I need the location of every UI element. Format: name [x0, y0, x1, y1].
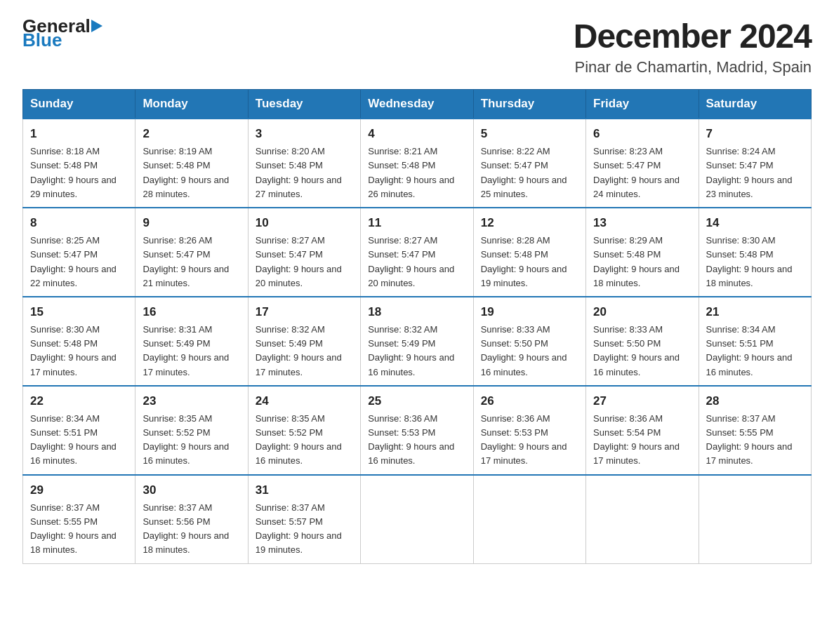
calendar-cell: 17Sunrise: 8:32 AMSunset: 5:49 PMDayligh…: [248, 297, 360, 386]
calendar-cell: 21Sunrise: 8:34 AMSunset: 5:51 PMDayligh…: [699, 297, 811, 386]
day-info: Sunrise: 8:20 AMSunset: 5:48 PMDaylight:…: [256, 145, 353, 201]
calendar-cell: 25Sunrise: 8:36 AMSunset: 5:53 PMDayligh…: [361, 386, 473, 475]
day-info: Sunrise: 8:27 AMSunset: 5:47 PMDaylight:…: [256, 234, 353, 290]
calendar-cell: 31Sunrise: 8:37 AMSunset: 5:57 PMDayligh…: [248, 475, 360, 563]
day-number: 31: [256, 481, 353, 499]
logo-arrow-icon: [91, 20, 102, 32]
col-header-thursday: Thursday: [473, 90, 585, 119]
calendar-cell: 6Sunrise: 8:23 AMSunset: 5:47 PMDaylight…: [586, 119, 699, 208]
calendar-cell: 27Sunrise: 8:36 AMSunset: 5:54 PMDayligh…: [586, 386, 699, 475]
day-number: 4: [368, 125, 465, 143]
calendar-cell: 1Sunrise: 8:18 AMSunset: 5:48 PMDaylight…: [23, 119, 135, 208]
calendar-cell: 3Sunrise: 8:20 AMSunset: 5:48 PMDaylight…: [248, 119, 360, 208]
day-info: Sunrise: 8:33 AMSunset: 5:50 PMDaylight:…: [481, 323, 578, 380]
day-info: Sunrise: 8:31 AMSunset: 5:49 PMDaylight:…: [143, 323, 240, 380]
day-info: Sunrise: 8:32 AMSunset: 5:49 PMDaylight:…: [368, 323, 465, 380]
calendar-cell: 2Sunrise: 8:19 AMSunset: 5:48 PMDaylight…: [135, 119, 248, 208]
day-number: 18: [368, 303, 465, 321]
col-header-sunday: Sunday: [23, 90, 135, 119]
day-info: Sunrise: 8:34 AMSunset: 5:51 PMDaylight:…: [706, 323, 804, 380]
calendar-cell: 5Sunrise: 8:22 AMSunset: 5:47 PMDaylight…: [473, 119, 585, 208]
day-number: 13: [593, 214, 691, 232]
col-header-tuesday: Tuesday: [248, 90, 360, 119]
calendar-cell: 20Sunrise: 8:33 AMSunset: 5:50 PMDayligh…: [586, 297, 699, 386]
day-info: Sunrise: 8:34 AMSunset: 5:51 PMDaylight:…: [30, 412, 128, 469]
day-number: 20: [593, 303, 691, 321]
calendar-header-row: SundayMondayTuesdayWednesdayThursdayFrid…: [23, 90, 812, 119]
calendar-cell: [699, 475, 811, 563]
logo: General Blue: [22, 17, 103, 49]
day-info: Sunrise: 8:29 AMSunset: 5:48 PMDaylight:…: [593, 234, 691, 290]
calendar-cell: 8Sunrise: 8:25 AMSunset: 5:47 PMDaylight…: [23, 208, 135, 297]
day-number: 22: [30, 392, 128, 410]
day-info: Sunrise: 8:37 AMSunset: 5:55 PMDaylight:…: [30, 501, 128, 558]
day-number: 19: [481, 303, 578, 321]
day-number: 10: [256, 214, 353, 232]
day-info: Sunrise: 8:30 AMSunset: 5:48 PMDaylight:…: [706, 234, 804, 290]
day-info: Sunrise: 8:30 AMSunset: 5:48 PMDaylight:…: [30, 323, 128, 380]
calendar-cell: [473, 475, 585, 563]
day-info: Sunrise: 8:37 AMSunset: 5:55 PMDaylight:…: [706, 412, 804, 469]
day-number: 27: [593, 392, 691, 410]
day-info: Sunrise: 8:37 AMSunset: 5:56 PMDaylight:…: [143, 501, 240, 558]
day-info: Sunrise: 8:22 AMSunset: 5:47 PMDaylight:…: [481, 145, 578, 201]
day-info: Sunrise: 8:36 AMSunset: 5:53 PMDaylight:…: [368, 412, 465, 469]
day-info: Sunrise: 8:35 AMSunset: 5:52 PMDaylight:…: [143, 412, 240, 469]
col-header-saturday: Saturday: [699, 90, 811, 119]
calendar-cell: 29Sunrise: 8:37 AMSunset: 5:55 PMDayligh…: [23, 475, 135, 563]
day-info: Sunrise: 8:37 AMSunset: 5:57 PMDaylight:…: [256, 501, 353, 558]
calendar-cell: 16Sunrise: 8:31 AMSunset: 5:49 PMDayligh…: [135, 297, 248, 386]
day-number: 24: [256, 392, 353, 410]
day-number: 15: [30, 303, 128, 321]
calendar-cell: 23Sunrise: 8:35 AMSunset: 5:52 PMDayligh…: [135, 386, 248, 475]
col-header-friday: Friday: [586, 90, 699, 119]
day-number: 11: [368, 214, 465, 232]
day-info: Sunrise: 8:18 AMSunset: 5:48 PMDaylight:…: [30, 145, 128, 201]
day-number: 14: [706, 214, 804, 232]
calendar-cell: 7Sunrise: 8:24 AMSunset: 5:47 PMDaylight…: [699, 119, 811, 208]
day-info: Sunrise: 8:36 AMSunset: 5:54 PMDaylight:…: [593, 412, 691, 469]
calendar-cell: 11Sunrise: 8:27 AMSunset: 5:47 PMDayligh…: [361, 208, 473, 297]
day-number: 3: [256, 125, 353, 143]
calendar-cell: 10Sunrise: 8:27 AMSunset: 5:47 PMDayligh…: [248, 208, 360, 297]
calendar-cell: 22Sunrise: 8:34 AMSunset: 5:51 PMDayligh…: [23, 386, 135, 475]
day-number: 28: [706, 392, 804, 410]
day-info: Sunrise: 8:36 AMSunset: 5:53 PMDaylight:…: [481, 412, 578, 469]
day-info: Sunrise: 8:32 AMSunset: 5:49 PMDaylight:…: [256, 323, 353, 380]
title-block: December 2024 Pinar de Chamartin, Madrid…: [574, 17, 812, 76]
calendar-cell: 24Sunrise: 8:35 AMSunset: 5:52 PMDayligh…: [248, 386, 360, 475]
day-info: Sunrise: 8:25 AMSunset: 5:47 PMDaylight:…: [30, 234, 128, 290]
day-number: 2: [143, 125, 240, 143]
day-number: 23: [143, 392, 240, 410]
calendar-cell: 9Sunrise: 8:26 AMSunset: 5:47 PMDaylight…: [135, 208, 248, 297]
day-number: 16: [143, 303, 240, 321]
day-number: 1: [30, 125, 128, 143]
day-number: 5: [481, 125, 578, 143]
day-info: Sunrise: 8:23 AMSunset: 5:47 PMDaylight:…: [593, 145, 691, 201]
calendar-week-row: 29Sunrise: 8:37 AMSunset: 5:55 PMDayligh…: [23, 475, 812, 563]
col-header-wednesday: Wednesday: [361, 90, 473, 119]
day-info: Sunrise: 8:19 AMSunset: 5:48 PMDaylight:…: [143, 145, 240, 201]
day-number: 17: [256, 303, 353, 321]
day-number: 7: [706, 125, 804, 143]
day-number: 12: [481, 214, 578, 232]
calendar-cell: 15Sunrise: 8:30 AMSunset: 5:48 PMDayligh…: [23, 297, 135, 386]
calendar-cell: 26Sunrise: 8:36 AMSunset: 5:53 PMDayligh…: [473, 386, 585, 475]
col-header-monday: Monday: [135, 90, 248, 119]
day-info: Sunrise: 8:28 AMSunset: 5:48 PMDaylight:…: [481, 234, 578, 290]
day-number: 26: [481, 392, 578, 410]
day-info: Sunrise: 8:35 AMSunset: 5:52 PMDaylight:…: [256, 412, 353, 469]
day-number: 8: [30, 214, 128, 232]
day-info: Sunrise: 8:33 AMSunset: 5:50 PMDaylight:…: [593, 323, 691, 380]
calendar-week-row: 1Sunrise: 8:18 AMSunset: 5:48 PMDaylight…: [23, 119, 812, 208]
calendar-cell: [361, 475, 473, 563]
calendar-cell: 28Sunrise: 8:37 AMSunset: 5:55 PMDayligh…: [699, 386, 811, 475]
calendar-cell: 14Sunrise: 8:30 AMSunset: 5:48 PMDayligh…: [699, 208, 811, 297]
calendar-week-row: 15Sunrise: 8:30 AMSunset: 5:48 PMDayligh…: [23, 297, 812, 386]
day-info: Sunrise: 8:21 AMSunset: 5:48 PMDaylight:…: [368, 145, 465, 201]
calendar-cell: 13Sunrise: 8:29 AMSunset: 5:48 PMDayligh…: [586, 208, 699, 297]
page-header: General Blue December 2024 Pinar de Cham…: [22, 17, 812, 76]
day-number: 29: [30, 481, 128, 499]
calendar-cell: 12Sunrise: 8:28 AMSunset: 5:48 PMDayligh…: [473, 208, 585, 297]
calendar-subtitle: Pinar de Chamartin, Madrid, Spain: [574, 58, 812, 76]
